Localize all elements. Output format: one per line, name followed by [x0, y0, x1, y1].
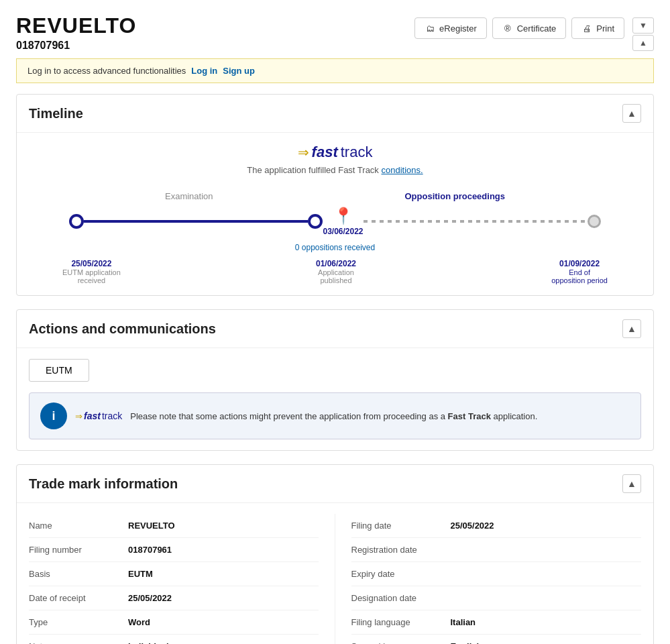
timeline-track: 📍 03/06/2022: [29, 207, 641, 236]
timeline-collapse-button[interactable]: ▲: [622, 104, 641, 123]
header-actions: 🗂 eRegister ® Certificate 🖨 Print: [414, 17, 624, 39]
timeline-phase-labels: Examination Opposition proceedings: [29, 191, 641, 201]
trademark-info-grid: Name REVUELTO Filing number 018707961 Ba…: [29, 514, 641, 644]
fast-track-notice-logo: ⇒ fast track: [75, 411, 122, 421]
timeline-date-published: 01/06/2022 Applicationpublished: [316, 259, 356, 284]
fast-track-conditions-link[interactable]: conditions.: [382, 165, 423, 175]
opposition-label: Opposition proceedings: [405, 191, 506, 201]
fast-track-arrow-icon: ⇒: [298, 144, 309, 160]
oppositions-text: 0 oppositions received: [295, 243, 375, 252]
pin-icon: 📍: [333, 207, 353, 225]
trademark-number: 018707961: [16, 40, 136, 52]
info-row-second-language: Second language English: [351, 635, 642, 644]
info-row-type: Type Word: [29, 610, 319, 635]
info-row-registration-date: Registration date: [351, 538, 642, 562]
trademark-info-right: Filing date 25/05/2022 Registration date…: [335, 514, 642, 644]
info-row-designation-date: Designation date: [351, 586, 642, 610]
timeline-body: ⇒ fast track The application fulfilled F…: [17, 132, 653, 295]
timeline-pin: 📍 03/06/2022: [323, 207, 363, 236]
info-row-filing-date: Filing date 25/05/2022: [351, 514, 642, 538]
expand-all-button[interactable]: ▲: [632, 35, 654, 51]
timeline-line-filled: [84, 220, 308, 223]
print-button[interactable]: 🖨 Print: [571, 17, 624, 39]
page-collapse-controls: ▼ ▲: [632, 17, 654, 51]
timeline-header: Timeline ▲: [17, 95, 653, 132]
info-row-name: Name REVUELTO: [29, 514, 319, 538]
actions-body: EUTM i ⇒ fast track Please note that som…: [17, 347, 653, 450]
trademark-info-body: Name REVUELTO Filing number 018707961 Ba…: [17, 502, 653, 644]
collapse-all-button[interactable]: ▼: [632, 17, 654, 34]
folder-icon: 🗂: [425, 23, 435, 34]
eutm-button[interactable]: EUTM: [29, 359, 89, 382]
info-row-filing-number: Filing number 018707961: [29, 538, 319, 562]
actions-header: Actions and communications ▲: [17, 310, 653, 347]
fast-track-notice: i ⇒ fast track Please note that some act…: [29, 392, 641, 439]
timeline-title: Timeline: [29, 106, 83, 121]
info-row-date-of-receipt: Date of receipt 25/05/2022: [29, 586, 319, 610]
info-icon: i: [40, 402, 67, 429]
timeline-section: Timeline ▲ ⇒ fast track The application …: [16, 94, 654, 296]
info-row-basis: Basis EUTM: [29, 562, 319, 586]
actions-title: Actions and communications: [29, 321, 216, 337]
fast-track-logo: ⇒ fast track: [29, 144, 641, 161]
trademark-info-section: Trade mark information ▲ Name REVUELTO F…: [16, 464, 654, 644]
timeline-dot-mid: [308, 214, 323, 229]
actions-collapse-button[interactable]: ▲: [622, 319, 641, 338]
info-row-nature: Nature Individual: [29, 635, 319, 644]
trademark-info-title: Trade mark information: [29, 476, 178, 492]
certificate-icon: ®: [502, 23, 513, 34]
print-icon: 🖨: [581, 23, 592, 34]
examination-label: Examination: [165, 191, 213, 201]
info-row-expiry-date: Expiry date: [351, 562, 642, 586]
timeline-dates: 25/05/2022 EUTM applicationreceived 01/0…: [29, 259, 641, 284]
trademark-name: REVUELTO: [16, 13, 136, 38]
login-banner: Log in to access advanced functionalitie…: [16, 58, 654, 83]
actions-section: Actions and communications ▲ EUTM i ⇒ fa…: [16, 309, 654, 451]
timeline-dot-start: [69, 214, 84, 229]
trademark-title: REVUELTO 018707961: [16, 13, 136, 52]
page-header: REVUELTO 018707961 🗂 eRegister ® Certifi…: [0, 0, 670, 58]
eregister-button[interactable]: 🗂 eRegister: [414, 17, 487, 39]
certificate-button[interactable]: ® Certificate: [492, 17, 567, 39]
timeline-date-received: 25/05/2022 EUTM applicationreceived: [62, 259, 121, 284]
info-row-filing-language: Filing language Italian: [351, 610, 642, 635]
fast-track-subtitle: The application fulfilled Fast Track con…: [29, 165, 641, 175]
signup-link[interactable]: Sign up: [223, 66, 255, 76]
header-right: 🗂 eRegister ® Certificate 🖨 Print ▼ ▲: [414, 13, 654, 51]
timeline-dot-end: [588, 215, 601, 228]
timeline-line-dashed: [364, 220, 588, 223]
trademark-info-left: Name REVUELTO Filing number 018707961 Ba…: [29, 514, 335, 644]
trademark-info-collapse-button[interactable]: ▲: [622, 474, 641, 493]
trademark-info-header: Trade mark information ▲: [17, 465, 653, 502]
login-link[interactable]: Log in: [191, 66, 217, 76]
fast-track-notice-text: Please note that some actions might prev…: [130, 411, 537, 421]
timeline-date-opposition-end: 01/09/2022 End ofopposition period: [551, 259, 608, 284]
